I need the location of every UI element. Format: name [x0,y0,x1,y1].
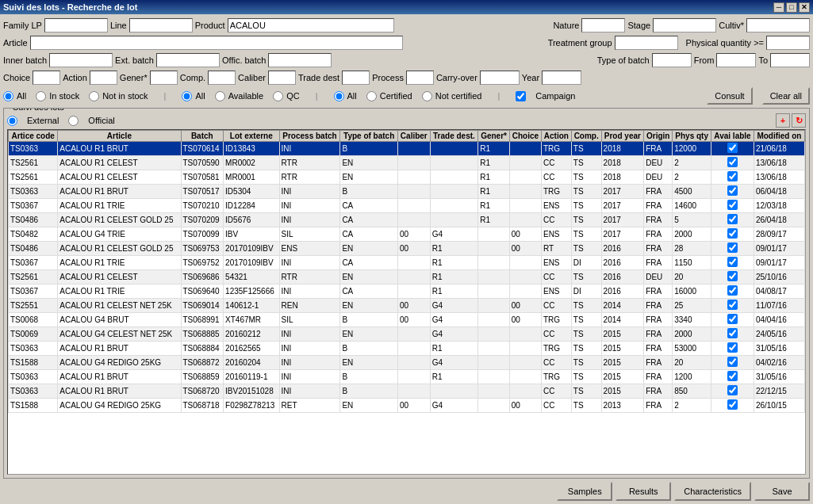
physical-quantity-input[interactable] [766,36,810,50]
table-row[interactable]: TS2551ACALOU R1 CELEST NET 25KTS06901414… [9,299,805,313]
radio-external[interactable] [7,116,17,126]
ext-batch-input[interactable] [156,53,220,67]
table-row[interactable]: TS0363ACALOU R1 BRUTTS06885920160119-1IN… [9,370,805,384]
radio-official[interactable] [68,116,79,126]
radio-certified[interactable] [366,91,377,101]
form-row-2: Article Treatment group Physical quantit… [3,35,810,51]
radio-group-notinstock: Not in stock [89,91,148,101]
consult-button[interactable]: Consult [707,87,752,105]
ext-batch-label: Ext. batch [115,55,154,65]
characteristics-button[interactable]: Characteristics [674,482,751,501]
table-row[interactable]: TS2561ACALOU R1 CELESTTS06968654321RTREN… [9,270,805,284]
radio-official-label: Official [88,116,114,125]
table-row[interactable]: TS0068ACALOU G4 BRUTTS068991XT467MRSILB0… [9,313,805,327]
gener-input[interactable] [150,71,178,85]
table-wrapper[interactable]: Artice code Article Batch Lot externe Pr… [7,129,806,475]
table-row[interactable]: TS0367ACALOU R1 TRIETS0696401235F125666I… [9,284,805,299]
add-icon-button[interactable]: + [776,113,790,128]
radio-not-certified[interactable] [422,91,432,101]
samples-button[interactable]: Samples [557,482,612,501]
campaign-checkbox[interactable] [516,91,526,101]
table-row[interactable]: TS0486ACALOU R1 CELEST GOLD 25TS070209ID… [9,213,805,227]
table-row[interactable]: TS0363ACALOU R1 BRUTTS06888420162565INIB… [9,342,805,356]
clear-all-button[interactable]: Clear all [762,87,810,105]
action-input[interactable] [90,71,117,85]
radio-certified-label: Certified [380,91,412,101]
table-row[interactable]: TS0363ACALOU R1 BRUTTS068720IBV20151028I… [9,384,805,399]
radio-in-stock[interactable] [36,91,46,101]
family-lp-label: Family LP [3,21,42,30]
form-row-4: Choice Action Gener* Comp. Caliber Trade… [3,70,810,86]
group-box-title: Suivi des lots [10,108,67,112]
radio-qc-label: QC [286,91,300,101]
product-label: Product [195,21,225,30]
radio-cert-all[interactable] [334,91,344,101]
table-row[interactable]: TS0069ACALOU G4 CELEST NET 25KTS06888520… [9,327,805,342]
table-row[interactable]: TS0363ACALOU R1 BRUTTS070614ID13843INIBR… [9,142,805,156]
radio-qc[interactable] [273,91,283,101]
save-button[interactable]: Save [754,482,810,501]
col-type-batch: Type of batch [340,131,398,142]
caliber-input[interactable] [268,71,296,85]
action-label: Action [63,73,87,82]
col-article: Article [58,131,181,142]
trade-dest-input[interactable] [342,71,370,85]
radio-group-all3: All [334,91,357,101]
bottom-bar: Samples Results Characteristics Save [3,480,810,501]
table-row[interactable]: TS0367ACALOU R1 TRIETS06975220170109IBVI… [9,256,805,270]
col-artice-code: Artice code [9,131,58,142]
table-row[interactable]: TS1588ACALOU G4 REDIGO 25KGTS06887220160… [9,356,805,370]
stage-label: Stage [627,21,650,30]
table-row[interactable]: TS2561ACALOU R1 CELESTTS070590MR0002RTRE… [9,156,805,170]
table-row[interactable]: TS0486ACALOU R1 CELEST GOLD 25TS06975320… [9,242,805,256]
type-of-batch-input[interactable] [652,53,692,67]
line-input[interactable] [129,18,193,32]
col-phys-qty: Phys qty [673,131,711,142]
treatment-group-label: Treatment group [548,38,612,48]
cultiv-input[interactable] [746,18,810,32]
refresh-icon-button[interactable]: ↻ [792,113,806,128]
radio-group-qc: QC [273,91,300,101]
year-input[interactable] [542,71,581,85]
table-row[interactable]: TS1588ACALOU G4 REDIGO 25KGTS068718F0298… [9,399,805,413]
table-row[interactable]: TS0482ACALOU G4 TRIETS070099IBVSILCA00G4… [9,227,805,242]
product-input[interactable] [228,18,394,32]
radio-available[interactable] [215,91,225,101]
radio-not-in-stock-label: Not in stock [102,91,148,101]
radio-avail-all[interactable] [182,91,192,101]
trade-dest-label: Trade dest [298,73,339,82]
from-input[interactable] [716,53,756,67]
maximize-button[interactable]: □ [786,2,797,13]
treatment-group-input[interactable] [615,36,678,50]
radio-all[interactable] [3,91,13,101]
radio-group-all1: All [3,91,26,101]
choice-label: Choice [3,73,30,82]
physical-quantity-label: Physical quantity >= [686,38,764,48]
inner-batch-input[interactable] [49,53,113,67]
radio-not-in-stock[interactable] [89,91,99,101]
choice-input[interactable] [33,71,60,85]
close-button[interactable]: ✕ [799,2,810,13]
table-row[interactable]: TS0363ACALOU R1 BRUTTS070517ID5304INIBR1… [9,185,805,199]
family-lp-input[interactable] [44,18,108,32]
offic-batch-input[interactable] [268,53,332,67]
article-input[interactable] [30,36,403,50]
process-input[interactable] [406,71,434,85]
radio-all-label: All [17,91,26,101]
form-row-1: Family LP Line Product Nature Stage Cult… [3,17,810,33]
results-button[interactable]: Results [616,482,671,501]
gener-label: Gener* [120,73,148,82]
radio-avail-all-label: All [195,91,205,101]
to-input[interactable] [770,53,810,67]
carry-over-input[interactable] [480,71,520,85]
offic-batch-label: Offic. batch [222,55,266,65]
stage-input[interactable] [653,18,716,32]
col-gener: Gener* [478,131,510,142]
col-lot-externe: Lot externe [224,131,279,142]
comp-input[interactable] [208,71,236,85]
nature-input[interactable] [581,18,625,32]
table-row[interactable]: TS2561ACALOU R1 CELESTTS070581MR0001RTRE… [9,170,805,185]
table-row[interactable]: TS0367ACALOU R1 TRIETS070210ID12284INICA… [9,199,805,213]
minimize-button[interactable]: ─ [773,2,784,13]
form-section: Family LP Line Product Nature Stage Cult… [3,17,810,105]
